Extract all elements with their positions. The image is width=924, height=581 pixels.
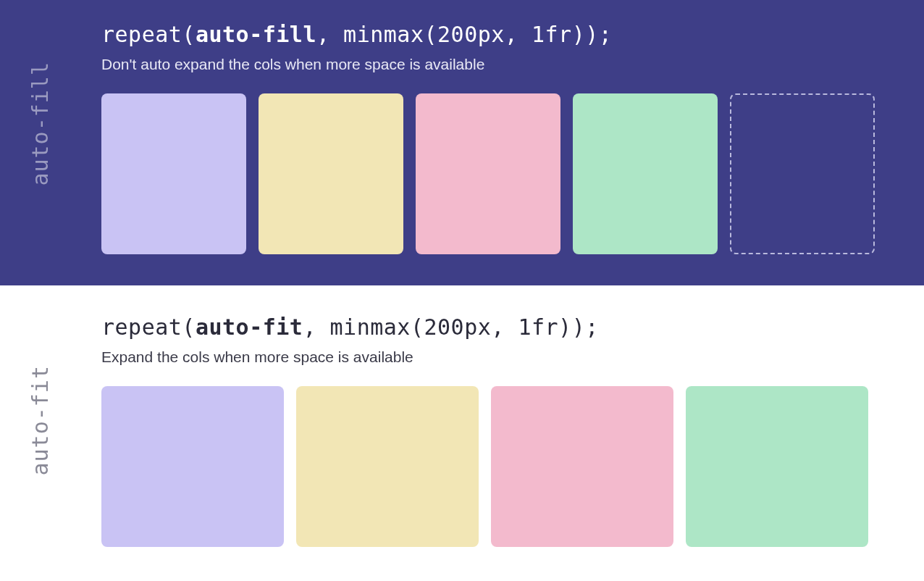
auto-fill-panel: auto-fill repeat(auto-fill, minmax(200px… (0, 0, 924, 285)
auto-fit-panel: auto-fit repeat(auto-fit, minmax(200px, … (0, 285, 924, 581)
grid-box-pink (491, 386, 673, 547)
auto-fill-code: repeat(auto-fill, minmax(200px, 1fr)); (101, 22, 869, 47)
auto-fill-vertical-label: auto-fill (28, 62, 53, 186)
grid-box-green (686, 386, 868, 547)
grid-box-pink (416, 93, 560, 254)
code-text: , minmax(200px, 1fr)); (316, 22, 612, 47)
grid-box-ghost (730, 93, 875, 254)
code-text: repeat( (101, 314, 196, 340)
grid-box-yellow (296, 386, 479, 547)
auto-fit-grid (101, 386, 869, 547)
code-text: repeat( (101, 22, 196, 47)
auto-fit-vertical-label: auto-fit (28, 365, 53, 476)
grid-box-green (573, 93, 718, 254)
code-bold: auto-fit (196, 314, 303, 340)
auto-fill-content: repeat(auto-fill, minmax(200px, 1fr)); D… (101, 22, 869, 254)
code-text: , minmax(200px, 1fr)); (303, 314, 598, 340)
auto-fit-code: repeat(auto-fit, minmax(200px, 1fr)); (101, 314, 869, 340)
auto-fit-description: Expand the cols when more space is avail… (101, 348, 869, 366)
auto-fit-content: repeat(auto-fit, minmax(200px, 1fr)); Ex… (101, 314, 869, 547)
grid-box-lavender (101, 93, 246, 254)
auto-fit-vertical-label-wrap: auto-fit (28, 365, 53, 476)
grid-box-lavender (101, 386, 284, 547)
code-bold: auto-fill (196, 22, 316, 47)
auto-fill-grid (101, 93, 869, 254)
grid-box-yellow (259, 93, 403, 254)
auto-fill-description: Don't auto expand the cols when more spa… (101, 56, 869, 73)
